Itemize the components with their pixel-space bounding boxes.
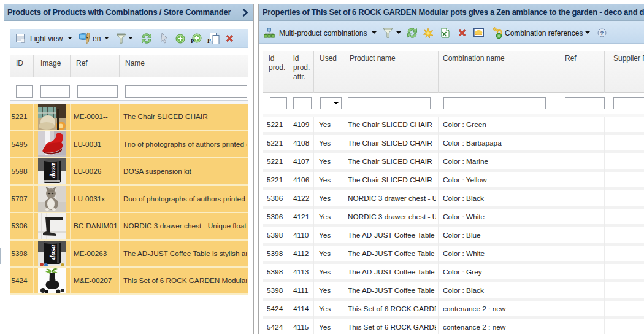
svg-text:dosa: dosa (48, 163, 57, 178)
svg-text:?: ? (600, 29, 604, 36)
svg-text:dosa: dosa (48, 244, 57, 259)
svg-text:P: P (207, 38, 211, 44)
svg-text:P: P (191, 38, 194, 44)
